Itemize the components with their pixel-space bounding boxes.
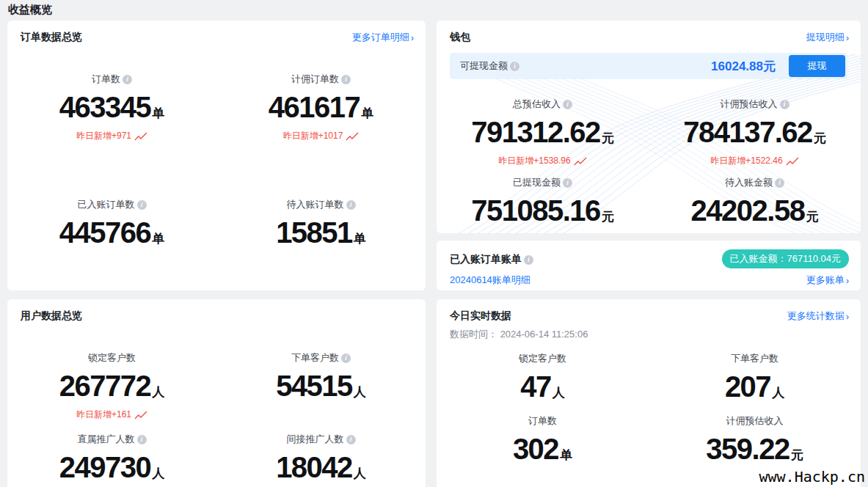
order-data-card: 订单数据总览 更多订单明细 订单数 463345单 昨日新增+971 计佣订单数… [7, 21, 426, 290]
withdrawable-amount-row: 可提现金额 16024.88元 提现 [450, 53, 847, 79]
info-icon[interactable] [137, 435, 147, 444]
info-icon[interactable] [346, 435, 356, 444]
chevron-right-icon [411, 32, 414, 43]
info-icon[interactable] [524, 255, 533, 265]
info-icon[interactable] [510, 62, 519, 71]
user-card-title: 用户数据总览 [21, 310, 82, 323]
delta-yesterday: 昨日新增+1017 [216, 131, 426, 142]
stat-commission-estimated-income: 计佣预估收入 784137.62元 昨日新增+1522.46 [649, 97, 861, 166]
trend-up-icon [134, 132, 147, 141]
bill-title-row: 已入账订单账单 已入账金额：767110.04元 [450, 249, 849, 268]
data-time-label: 数据时间： [450, 329, 497, 340]
stat-today-locked-customers: 锁定客户数 47人 [437, 351, 649, 402]
stat-today-order-count: 订单数 302单 [437, 414, 649, 464]
info-icon[interactable] [341, 75, 351, 84]
delta-yesterday: 昨日新增+971 [7, 131, 216, 142]
order-card-title: 订单数据总览 [21, 31, 82, 44]
withdrawable-amount-value: 16024.88元 [711, 58, 776, 75]
today-realtime-card: 今日实时数据 更多统计数据 数据时间： 2024-06-14 11:25:06 … [437, 299, 861, 487]
wallet-card: 钱包 提现明细 可提现金额 16024.88元 提现 总预估收入 791312.… [437, 21, 861, 233]
info-icon[interactable] [123, 75, 132, 84]
settled-amount-badge: 已入账金额：767110.04元 [722, 249, 850, 268]
today-card-title: 今日实时数据 [450, 310, 511, 323]
wallet-stats-grid: 总预估收入 791312.62元 昨日新增+1538.96 计佣预估收入 784… [437, 97, 861, 226]
more-statistics-link[interactable]: 更多统计数据 [787, 310, 849, 323]
delta-yesterday: 昨日新增+1538.96 [437, 155, 649, 166]
info-icon[interactable] [775, 178, 784, 188]
user-stats-grid: 锁定客户数 267772人 昨日新增+161 下单客户数 54515人 直属推广… [7, 351, 426, 487]
info-icon[interactable] [563, 100, 572, 109]
wallet-card-header: 钱包 提现明细 [437, 21, 861, 44]
stat-commission-order-count: 计佣订单数 461617单 昨日新增+1017 [216, 72, 426, 142]
stat-today-ordering-customers: 下单客户数 207人 [649, 351, 861, 402]
stat-pending-amount: 待入账金额 24202.58元 [649, 175, 861, 226]
user-card-header: 用户数据总览 [7, 299, 426, 323]
bill-links-row: 20240614账单明细 更多账单 [450, 274, 849, 287]
bill-card-title: 已入账订单账单 [450, 253, 522, 265]
info-icon[interactable] [346, 200, 356, 210]
trend-up-icon [346, 132, 359, 141]
trend-up-icon [574, 157, 587, 166]
withdraw-button[interactable]: 提现 [789, 55, 845, 77]
stat-total-estimated-income: 总预估收入 791312.62元 昨日新增+1538.96 [437, 97, 649, 166]
today-card-header: 今日实时数据 更多统计数据 [437, 299, 861, 323]
info-icon[interactable] [137, 200, 147, 210]
info-icon[interactable] [563, 178, 572, 188]
stat-pending-order-count: 待入账订单数 15851单 [216, 197, 426, 248]
user-data-card: 用户数据总览 锁定客户数 267772人 昨日新增+161 下单客户数 5451… [7, 299, 426, 487]
stat-order-count: 订单数 463345单 昨日新增+971 [7, 72, 216, 142]
data-time-row: 数据时间： 2024-06-14 11:25:06 [437, 323, 861, 341]
withdraw-details-link[interactable]: 提现明细 [806, 31, 849, 44]
stat-today-commission-income: 计佣预估收入 359.22元 [649, 414, 861, 464]
today-stats-grid: 锁定客户数 47人 下单客户数 207人 订单数 302单 计佣预估收入 359… [437, 351, 861, 464]
delta-yesterday: 昨日新增+161 [7, 409, 216, 420]
watermark: www.Hackp.cn [759, 468, 866, 486]
order-card-header: 订单数据总览 更多订单明细 [7, 21, 426, 44]
more-bills-link[interactable]: 更多账单 [806, 274, 849, 287]
stat-withdrawn-amount: 已提现金额 751085.16元 [437, 175, 649, 226]
order-stats-grid: 订单数 463345单 昨日新增+971 计佣订单数 461617单 昨日新增+… [7, 72, 426, 248]
stat-locked-customers: 锁定客户数 267772人 昨日新增+161 [7, 351, 216, 420]
bill-detail-link[interactable]: 20240614账单明细 [450, 274, 530, 287]
chevron-right-icon [846, 311, 849, 322]
stat-direct-promoters: 直属推广人数 249730人 昨日新增+135 [7, 432, 216, 487]
trend-up-icon [134, 411, 147, 420]
more-order-details-link[interactable]: 更多订单明细 [352, 31, 414, 44]
page-title: 收益概览 [8, 3, 52, 17]
data-time-value: 2024-06-14 11:25:06 [500, 329, 588, 340]
settled-bill-card: 已入账订单账单 已入账金额：767110.04元 20240614账单明细 更多… [437, 241, 861, 290]
stat-settled-order-count: 已入账订单数 445766单 [7, 197, 216, 248]
withdrawable-amount-label: 可提现金额 [460, 59, 508, 73]
trend-up-icon [786, 157, 799, 166]
info-icon[interactable] [341, 354, 351, 363]
info-icon[interactable] [780, 100, 789, 109]
chevron-right-icon [846, 275, 849, 286]
stat-ordering-customers: 下单客户数 54515人 [216, 351, 426, 420]
delta-yesterday: 昨日新增+1522.46 [649, 155, 861, 166]
wallet-card-title: 钱包 [450, 31, 470, 44]
chevron-right-icon [846, 32, 849, 43]
stat-indirect-promoters: 间接推广人数 18042人 昨日新增+26 [216, 432, 426, 487]
